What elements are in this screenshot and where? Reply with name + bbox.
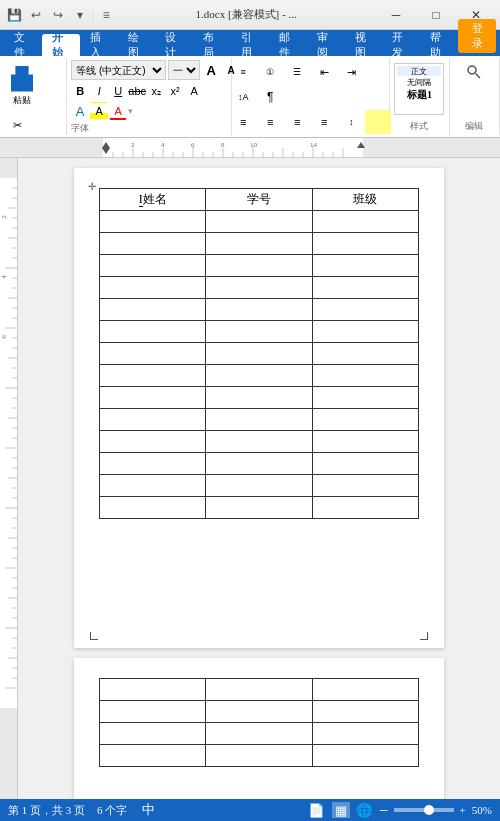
minimize-btn[interactable]: ─ <box>376 0 416 30</box>
tab-insert[interactable]: 插入 <box>80 34 118 56</box>
cut-button[interactable]: ✂ <box>4 113 30 137</box>
table-cell-p2[interactable] <box>206 723 312 745</box>
table-cell[interactable] <box>206 211 312 233</box>
table-cell[interactable] <box>206 365 312 387</box>
table-cell-p2[interactable] <box>312 679 418 701</box>
table-cell[interactable] <box>312 277 418 299</box>
table-cell[interactable] <box>206 233 312 255</box>
table-cell[interactable] <box>100 453 206 475</box>
table-cell[interactable] <box>100 387 206 409</box>
table-cell[interactable] <box>312 233 418 255</box>
table-cell-p2[interactable] <box>100 745 206 767</box>
show-marks-btn[interactable]: ¶ <box>257 85 283 109</box>
table-cell-p2[interactable] <box>312 701 418 723</box>
table-cell[interactable] <box>312 431 418 453</box>
document-area[interactable]: I姓名 学号 班级 <box>18 158 500 799</box>
table-cell[interactable] <box>312 299 418 321</box>
highlight-btn[interactable]: A <box>90 102 108 120</box>
table-cell[interactable] <box>100 233 206 255</box>
table-cell[interactable] <box>312 409 418 431</box>
multilevel-btn[interactable]: ☰ <box>284 60 310 84</box>
more-quick-btn[interactable]: ▾ <box>70 5 90 25</box>
align-left-btn[interactable]: ≡ <box>230 110 256 134</box>
increase-indent-btn[interactable]: ⇥ <box>338 60 364 84</box>
underline-btn[interactable]: U <box>109 82 127 100</box>
table-cell-p2[interactable] <box>100 679 206 701</box>
table-cell[interactable] <box>100 365 206 387</box>
tab-dev[interactable]: 开发 <box>382 34 420 56</box>
table-cell-p2[interactable] <box>312 723 418 745</box>
align-center-btn[interactable]: ≡ <box>257 110 283 134</box>
tab-mail[interactable]: 邮件 <box>269 34 307 56</box>
table-cell[interactable] <box>312 211 418 233</box>
clear-format-btn[interactable]: A <box>185 82 203 100</box>
maximize-btn[interactable]: □ <box>416 0 456 30</box>
table-cell[interactable] <box>206 255 312 277</box>
sort-btn[interactable]: ↕A <box>230 85 256 109</box>
justify-btn[interactable]: ≡ <box>311 110 337 134</box>
customize-btn[interactable]: ≡ <box>96 5 116 25</box>
table-cell[interactable] <box>100 299 206 321</box>
table-cell[interactable] <box>312 365 418 387</box>
table-cell[interactable] <box>206 387 312 409</box>
table-cell[interactable] <box>206 431 312 453</box>
table-cell[interactable] <box>100 321 206 343</box>
table-cell-p2[interactable] <box>100 723 206 745</box>
tab-design[interactable]: 设计 <box>155 34 193 56</box>
table-cell[interactable] <box>206 321 312 343</box>
italic-btn[interactable]: I <box>90 82 108 100</box>
web-view-btn[interactable]: 🌐 <box>356 802 374 818</box>
table-cell[interactable] <box>312 255 418 277</box>
table-cell[interactable] <box>206 409 312 431</box>
login-button[interactable]: 登录 <box>458 19 496 53</box>
table-cell[interactable] <box>100 475 206 497</box>
print-view-btn[interactable]: ▦ <box>332 802 350 818</box>
paste-button[interactable]: 粘贴 <box>4 60 40 112</box>
increase-font-btn[interactable]: A <box>202 61 220 79</box>
table-cell[interactable] <box>312 475 418 497</box>
table-cell[interactable] <box>100 431 206 453</box>
table-cell-p2[interactable] <box>206 679 312 701</box>
tab-view[interactable]: 视图 <box>345 34 383 56</box>
font-color-btn[interactable]: A <box>109 102 127 120</box>
table-cell[interactable] <box>100 409 206 431</box>
strikethrough-btn[interactable]: abc <box>128 82 146 100</box>
language-btn[interactable]: 中 <box>139 802 157 818</box>
tab-references[interactable]: 引用 <box>231 34 269 56</box>
table-cell[interactable] <box>312 497 418 519</box>
table-cell[interactable] <box>100 343 206 365</box>
shading-btn[interactable] <box>365 110 391 134</box>
tab-home[interactable]: 开始 <box>42 34 80 56</box>
table-cell[interactable] <box>206 497 312 519</box>
table-cell[interactable] <box>312 387 418 409</box>
tab-file[interactable]: 文件 <box>4 34 42 56</box>
undo-btn[interactable]: ↩ <box>26 5 46 25</box>
table-cell[interactable] <box>206 299 312 321</box>
bold-btn[interactable]: B <box>71 82 89 100</box>
decrease-indent-btn[interactable]: ⇤ <box>311 60 337 84</box>
superscript-btn[interactable]: x² <box>166 82 184 100</box>
save-quick-btn[interactable]: 💾 <box>4 5 24 25</box>
table-move-handle[interactable] <box>86 180 98 192</box>
table-cell-p2[interactable] <box>206 745 312 767</box>
font-family-select[interactable]: 等线 (中文正文) <box>71 60 166 80</box>
table-cell[interactable] <box>312 321 418 343</box>
numbering-btn[interactable]: ① <box>257 60 283 84</box>
find-btn[interactable] <box>461 60 487 84</box>
table-cell[interactable] <box>312 453 418 475</box>
table-cell[interactable] <box>206 343 312 365</box>
font-size-select[interactable]: 一号 初号 小初 <box>168 60 200 80</box>
zoom-plus[interactable]: + <box>460 804 466 816</box>
subscript-btn[interactable]: x₂ <box>147 82 165 100</box>
tab-layout[interactable]: 布局 <box>193 34 231 56</box>
line-spacing-btn[interactable]: ↕ <box>338 110 364 134</box>
text-effect-btn[interactable]: A <box>71 102 89 120</box>
zoom-minus[interactable]: ─ <box>380 804 388 816</box>
table-cell-p2[interactable] <box>100 701 206 723</box>
read-view-btn[interactable]: 📄 <box>308 802 326 818</box>
table-cell-p2[interactable] <box>206 701 312 723</box>
table-cell[interactable] <box>100 497 206 519</box>
table-cell[interactable] <box>206 453 312 475</box>
table-cell-p2[interactable] <box>312 745 418 767</box>
table-cell[interactable] <box>100 211 206 233</box>
